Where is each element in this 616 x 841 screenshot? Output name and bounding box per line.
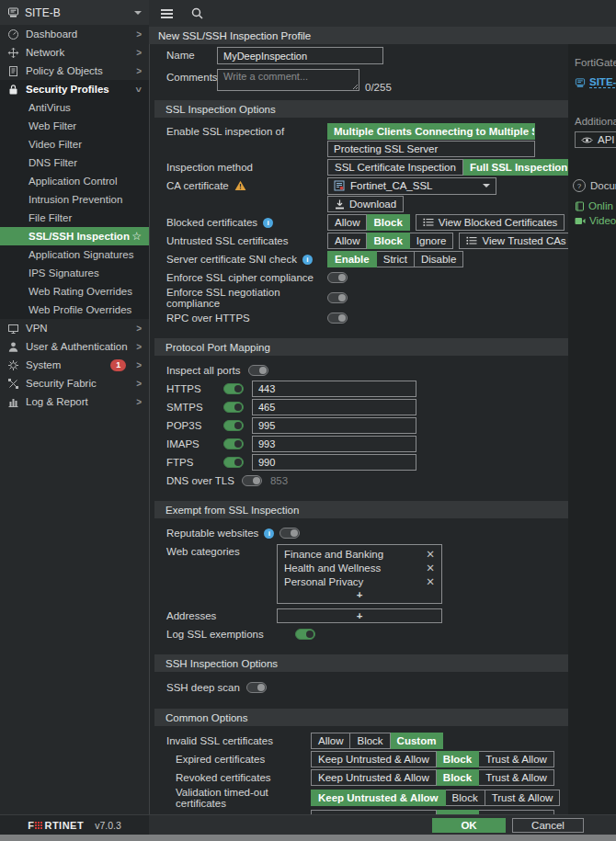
smtps-port-row: SMTPS [150, 398, 568, 416]
remove-icon[interactable]: ✕ [426, 548, 435, 561]
sidebar-item-policy-objects[interactable]: Policy & Objects > [0, 62, 149, 80]
ca-certificate-select[interactable]: Fortinet_CA_SSL [327, 177, 496, 195]
invalid-allow[interactable]: Allow [311, 733, 350, 749]
ftps-label: FTPS [166, 457, 223, 468]
revoked-trust-allow[interactable]: Trust & Allow [479, 769, 554, 786]
blocked-allow[interactable]: Allow [327, 214, 367, 231]
sni-strict[interactable]: Strict [377, 251, 415, 267]
sidebar-item-application-signatures[interactable]: Application Signatures [0, 245, 149, 264]
expired-keep-untrusted[interactable]: Keep Untrusted & Allow [311, 751, 437, 767]
profile-form: Name Comments 0/255 SSL Inspection Optio… [149, 44, 568, 814]
negotiation-compliance-toggle[interactable] [327, 292, 348, 303]
ssh-deep-scan-toggle[interactable] [246, 682, 267, 693]
top-navbar [149, 0, 616, 27]
sidebar-item-dashboard[interactable]: Dashboard > [0, 25, 149, 43]
add-web-category-button[interactable]: + [278, 588, 441, 601]
sidebar-item-ips-signatures[interactable]: IPS Signatures [0, 264, 149, 282]
https-toggle[interactable] [223, 383, 244, 394]
name-input[interactable] [217, 47, 383, 64]
sidebar-item-antivirus[interactable]: AntiVirus [0, 98, 149, 117]
sidebar-item-network[interactable]: Network > [0, 43, 149, 62]
untrusted-ignore[interactable]: Ignore [410, 233, 454, 249]
blocked-block[interactable]: Block [367, 214, 409, 231]
sidebar-item-ssl-ssh-inspection[interactable]: SSL/SSH Inspection ☆ [0, 227, 149, 245]
cipher-compliance-toggle[interactable] [327, 272, 348, 283]
reputable-websites-toggle[interactable] [279, 528, 300, 539]
dns-over-tls-toggle[interactable] [242, 475, 262, 486]
dns-over-tls-port: 853 [270, 475, 288, 486]
sidebar-item-security-fabric[interactable]: Security Fabric > [0, 374, 149, 392]
https-port-input[interactable] [252, 381, 416, 397]
sidebar-item-web-profile-overrides[interactable]: Web Profile Overrides [0, 301, 149, 319]
option-ssl-certificate-inspection[interactable]: SSL Certificate Inspection [327, 159, 463, 176]
revoked-block[interactable]: Block [437, 769, 479, 786]
info-icon: i [302, 255, 313, 265]
menu-icon[interactable] [161, 9, 173, 18]
view-blocked-certificates-button[interactable]: View Blocked Certificates [416, 214, 565, 231]
ok-button[interactable]: OK [432, 818, 506, 833]
sidebar-item-file-filter[interactable]: File Filter [0, 209, 149, 227]
view-trusted-cas-button[interactable]: View Trusted CAs List [459, 233, 568, 249]
fortigate-device-icon [575, 77, 586, 88]
log-ssl-exemptions-toggle[interactable] [295, 629, 315, 640]
dns-over-tls-row: DNS over TLS 853 [150, 472, 568, 490]
video-tutorials-link[interactable]: Video [568, 215, 616, 226]
ftps-toggle[interactable] [223, 457, 244, 468]
option-protecting-ssl-server[interactable]: Protecting SSL Server [327, 141, 535, 157]
chevron-right-icon: > [136, 29, 142, 40]
invalid-block[interactable]: Block [350, 733, 390, 749]
device-link[interactable]: SITE-B [568, 76, 616, 88]
add-address-button[interactable]: + [278, 609, 441, 622]
option-multiple-clients[interactable]: Multiple Clients Connecting to Multiple … [327, 123, 535, 140]
inspect-all-ports-toggle[interactable] [248, 365, 268, 376]
remove-icon[interactable]: ✕ [426, 575, 435, 588]
smtps-toggle[interactable] [223, 402, 244, 413]
pop3s-toggle[interactable] [223, 420, 244, 431]
sidebar-item-web-rating-overrides[interactable]: Web Rating Overrides [0, 282, 149, 301]
enable-ssl-label: Enable SSL inspection of [166, 123, 327, 137]
revoked-keep-untrusted[interactable]: Keep Untrusted & Allow [311, 769, 437, 786]
timedout-keep-untrusted[interactable]: Keep Untrusted & Allow [311, 790, 446, 806]
section-ssh-inspection-options: SSH Inspection Options [154, 654, 568, 672]
imaps-port-input[interactable] [252, 436, 416, 452]
sni-enable[interactable]: Enable [327, 251, 377, 267]
timedout-block[interactable]: Block [446, 790, 485, 806]
online-help-link[interactable]: Onlin [568, 200, 616, 211]
system-alert-badge: 1 [110, 359, 126, 371]
sidebar-item-dns-filter[interactable]: DNS Filter [0, 153, 149, 172]
sni-disable[interactable]: Disable [415, 251, 463, 267]
sidebar-item-web-filter[interactable]: Web Filter [0, 117, 149, 135]
invalid-custom[interactable]: Custom [391, 733, 444, 749]
imaps-toggle[interactable] [223, 438, 244, 449]
eye-icon [581, 136, 593, 144]
sidebar-item-log-report[interactable]: Log & Report > [0, 392, 149, 411]
option-full-ssl-inspection[interactable]: Full SSL Inspection [463, 159, 568, 176]
favorite-star-icon[interactable]: ☆ [131, 230, 142, 243]
sidebar-item-security-profiles[interactable]: Security Profiles > [0, 80, 149, 98]
sidebar-item-video-filter[interactable]: Video Filter [0, 135, 149, 153]
search-icon[interactable] [191, 7, 203, 19]
rpc-over-https-toggle[interactable] [327, 313, 348, 324]
smtps-port-input[interactable] [252, 399, 416, 415]
page-title: New SSL/SSH Inspection Profile [149, 27, 616, 44]
untrusted-allow[interactable]: Allow [327, 233, 367, 249]
expired-trust-allow[interactable]: Trust & Allow [479, 751, 554, 767]
device-selector[interactable]: SITE-B [0, 0, 149, 25]
sidebar-item-intrusion-prevention[interactable]: Intrusion Prevention [0, 190, 149, 209]
comments-input[interactable] [217, 69, 359, 91]
sidebar-item-user-authentication[interactable]: User & Authentication > [0, 337, 149, 356]
timedout-trust-allow[interactable]: Trust & Allow [485, 790, 561, 806]
ftps-port-row: FTPS [150, 453, 568, 472]
download-button[interactable]: Download [327, 196, 404, 212]
expired-block[interactable]: Block [437, 751, 479, 767]
inspection-method-row: Inspection method SSL Certificate Inspec… [150, 158, 568, 176]
api-preview-button[interactable]: API [575, 131, 616, 148]
ftps-port-input[interactable] [252, 454, 416, 471]
sidebar-item-system[interactable]: System 1 > [0, 356, 149, 374]
remove-icon[interactable]: ✕ [426, 562, 435, 574]
pop3s-port-input[interactable] [252, 417, 416, 434]
sidebar-item-application-control[interactable]: Application Control [0, 172, 149, 190]
cancel-button[interactable]: Cancel [512, 818, 584, 833]
sidebar-item-vpn[interactable]: VPN > [0, 319, 149, 337]
untrusted-block[interactable]: Block [367, 233, 409, 249]
